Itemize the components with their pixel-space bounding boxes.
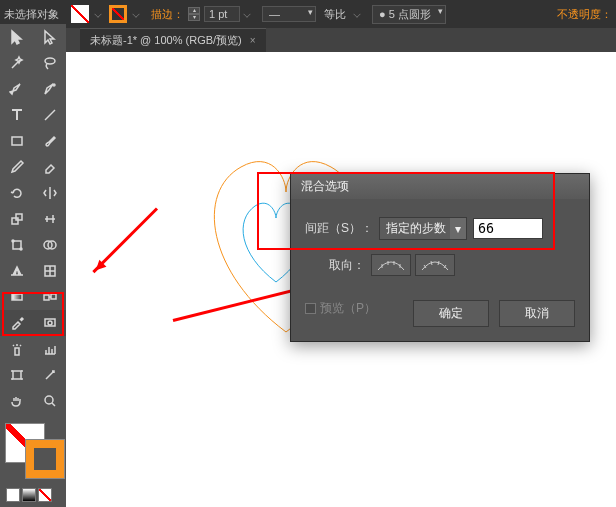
mesh-tool[interactable]: [33, 258, 66, 284]
curvature-tool[interactable]: [33, 76, 66, 102]
measure-tool[interactable]: [33, 310, 66, 336]
svg-rect-12: [44, 295, 49, 300]
line-tool[interactable]: [33, 102, 66, 128]
opacity-label: 不透明度：: [557, 7, 612, 22]
stroke-dropdown[interactable]: [132, 10, 139, 17]
selection-status: 未选择对象: [4, 7, 59, 22]
svg-point-1: [53, 84, 55, 86]
zoom-tool[interactable]: [33, 388, 66, 414]
artboard-tool[interactable]: [0, 362, 33, 388]
stroke-swatch[interactable]: [109, 5, 127, 23]
orientation-row: 取向：: [305, 254, 575, 276]
tab-label: 未标题-1* @ 100% (RGB/预览): [90, 33, 242, 48]
preview-checkbox[interactable]: 预览（P）: [305, 300, 376, 317]
symbol-sprayer-tool[interactable]: [0, 336, 33, 362]
fill-swatch[interactable]: [71, 5, 89, 23]
pencil-tool[interactable]: [0, 154, 33, 180]
spacing-label: 间距（S）：: [305, 220, 373, 237]
profile-combo[interactable]: —: [262, 6, 316, 22]
spacing-row: 间距（S）： 指定的步数 ▾: [305, 217, 575, 240]
paintbrush-tool[interactable]: [33, 128, 66, 154]
rotate-tool[interactable]: [0, 180, 33, 206]
svg-point-6: [12, 240, 14, 242]
stroke-value-dd[interactable]: [243, 10, 250, 17]
orient-align-path[interactable]: [415, 254, 455, 276]
slice-tool[interactable]: [33, 362, 66, 388]
dialog-title: 混合选项: [291, 174, 589, 199]
stroke-label: 描边：: [151, 7, 184, 22]
svg-point-7: [20, 248, 22, 250]
reflect-tool[interactable]: [33, 180, 66, 206]
uniform-dd[interactable]: [353, 10, 360, 17]
svg-rect-11: [12, 294, 22, 300]
stroke-color[interactable]: [26, 440, 64, 478]
fill-dropdown[interactable]: [94, 10, 101, 17]
orient-align-page[interactable]: [371, 254, 411, 276]
spacing-mode-dropdown[interactable]: 指定的步数 ▾: [379, 217, 467, 240]
svg-point-15: [48, 321, 52, 325]
stroke-stepper[interactable]: ▴▾: [188, 7, 200, 21]
color-mode-row: [0, 484, 66, 506]
eraser-tool[interactable]: [33, 154, 66, 180]
width-tool[interactable]: [33, 206, 66, 232]
orientation-label: 取向：: [329, 257, 365, 274]
uniform-label: 等比: [324, 7, 346, 22]
tool-panel: [0, 24, 66, 507]
tab-close-icon[interactable]: ×: [250, 35, 256, 46]
tab-document[interactable]: 未标题-1* @ 100% (RGB/预览) ×: [80, 28, 266, 52]
free-transform-tool[interactable]: [0, 232, 33, 258]
document-tabs: 未标题-1* @ 100% (RGB/预览) ×: [0, 28, 616, 52]
eyedropper-tool[interactable]: [0, 310, 33, 336]
gradient-mode[interactable]: [22, 488, 36, 502]
ok-button[interactable]: 确定: [413, 300, 489, 327]
stroke-value[interactable]: 1 pt: [204, 6, 240, 22]
svg-rect-2: [12, 137, 22, 145]
none-mode[interactable]: [38, 488, 52, 502]
blend-options-dialog: 混合选项 间距（S）： 指定的步数 ▾ 取向： 预览（P） 确定 取消: [290, 173, 590, 342]
rectangle-tool[interactable]: [0, 128, 33, 154]
direct-selection-tool[interactable]: [33, 24, 66, 50]
lasso-tool[interactable]: [33, 50, 66, 76]
pen-tool[interactable]: [0, 76, 33, 102]
control-bar: 未选择对象 描边： ▴▾ 1 pt — 等比 ● 5 点圆形 不透明度：: [0, 0, 616, 28]
svg-rect-17: [13, 371, 21, 379]
spacing-value-input[interactable]: [473, 218, 543, 239]
checkbox-icon: [305, 303, 316, 314]
column-graph-tool[interactable]: [33, 336, 66, 362]
type-tool[interactable]: [0, 102, 33, 128]
shape-builder-tool[interactable]: [33, 232, 66, 258]
svg-rect-4: [16, 214, 22, 220]
gradient-tool[interactable]: [0, 284, 33, 310]
svg-rect-16: [15, 348, 19, 355]
fill-stroke-swatches[interactable]: [4, 422, 62, 476]
solid-color-mode[interactable]: [6, 488, 20, 502]
cancel-button[interactable]: 取消: [499, 300, 575, 327]
selection-tool[interactable]: [0, 24, 33, 50]
brush-combo[interactable]: ● 5 点圆形: [372, 5, 446, 24]
svg-point-0: [45, 58, 55, 64]
blend-tool[interactable]: [33, 284, 66, 310]
svg-point-18: [45, 396, 53, 404]
chevron-down-icon: ▾: [450, 218, 466, 239]
scale-tool[interactable]: [0, 206, 33, 232]
svg-rect-13: [51, 294, 56, 299]
hand-tool[interactable]: [0, 388, 33, 414]
magic-wand-tool[interactable]: [0, 50, 33, 76]
svg-rect-3: [12, 218, 18, 224]
perspective-grid-tool[interactable]: [0, 258, 33, 284]
